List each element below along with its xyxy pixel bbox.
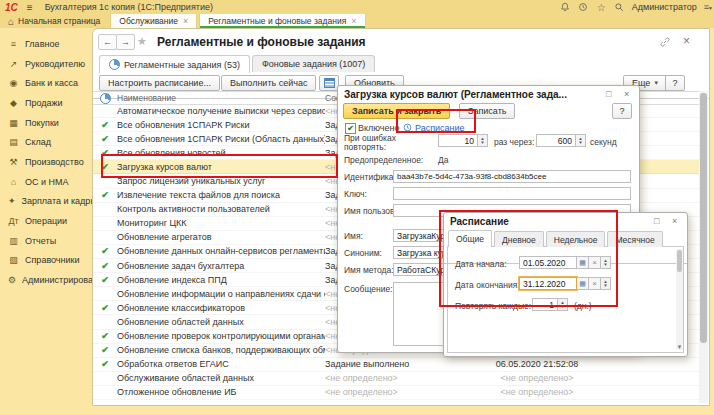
schedule-tab[interactable]: Дневное bbox=[494, 231, 544, 247]
forward-button[interactable]: → bbox=[116, 34, 135, 50]
dialog-scrollbar[interactable]: ▼ bbox=[676, 249, 683, 350]
job-dialog-title: Загрузка курсов валют (Регламентное зада… bbox=[344, 89, 567, 100]
configure-schedule-button[interactable]: Настроить расписание... bbox=[99, 75, 220, 91]
sidebar-item[interactable]: ▧ Справочники bbox=[0, 251, 92, 271]
sidebar-item[interactable]: Дт Операции bbox=[0, 211, 92, 231]
history-clock-icon[interactable] bbox=[578, 2, 589, 13]
save-and-close-button[interactable]: Записать и закрыть bbox=[343, 103, 450, 119]
end-date-stepper[interactable]: ▲▼ bbox=[601, 277, 611, 290]
message-label: Сообщение: bbox=[344, 284, 393, 294]
close-dialog-icon[interactable]: × bbox=[672, 216, 677, 226]
table-view-icon-button[interactable] bbox=[319, 75, 339, 91]
table-row[interactable]: ✔ Обслуживание областей данных <не опред… bbox=[93, 372, 701, 386]
close-tab-icon[interactable]: × bbox=[351, 16, 356, 26]
sidebar-item[interactable]: ≡ Главное bbox=[0, 34, 92, 54]
calendar-icon[interactable]: ▦ bbox=[577, 256, 589, 269]
home-icon: ⌂ bbox=[8, 16, 14, 27]
sidebar-item[interactable]: ◆ Продажи bbox=[0, 93, 92, 113]
retry-interval-field[interactable]: 600 bbox=[536, 134, 576, 147]
notifications-bell-icon[interactable] bbox=[560, 2, 571, 13]
sidebar-item-icon: ◆ bbox=[8, 98, 19, 108]
schedule-tab-label: Месячное bbox=[615, 235, 654, 245]
sidebar-item-icon: ▦ bbox=[8, 118, 19, 128]
clear-icon[interactable]: × bbox=[589, 256, 601, 269]
sections-sidebar: ≡ Главное ↗ Руководителю ◉ Банк и касса … bbox=[0, 28, 92, 415]
table-row[interactable]: ✔ Отложенное обновление ИБ <не определен… bbox=[93, 386, 701, 400]
schedule-tab[interactable]: Месячное bbox=[607, 231, 662, 247]
sidebar-item-label: Зарплата и кадры bbox=[22, 196, 97, 206]
key-field[interactable] bbox=[393, 187, 631, 200]
dialog-help-button[interactable]: ? bbox=[612, 103, 632, 119]
schedule-link[interactable]: Расписание bbox=[415, 123, 465, 133]
sidebar-item[interactable]: ◉ Банк и касса bbox=[0, 73, 92, 93]
sidebar-item[interactable]: ▦ Покупки bbox=[0, 113, 92, 133]
close-dialog-icon[interactable]: × bbox=[624, 89, 629, 99]
chevron-down-icon: ▼ bbox=[653, 80, 659, 86]
start-date-field[interactable]: 01.05.2020 bbox=[519, 256, 577, 269]
end-date-field[interactable]: 31.12.2020 bbox=[519, 277, 577, 290]
repeat-every-stepper[interactable]: ▲▼ bbox=[558, 298, 568, 311]
identifier-field[interactable]: baa43b7e-5d4c-473a-93f8-cbd8634b5cee bbox=[393, 170, 631, 183]
maximize-icon[interactable]: □ bbox=[654, 216, 659, 226]
sidebar-item[interactable]: ↗ Руководителю bbox=[0, 54, 92, 74]
retry-count-field[interactable]: 10 bbox=[438, 134, 478, 147]
jobs-tab[interactable]: Регламентные задания (53) bbox=[99, 55, 250, 73]
clear-icon[interactable]: × bbox=[589, 277, 601, 290]
job-end-date: 06.05.2020 21:52:08 bbox=[471, 359, 603, 369]
sidebar-item[interactable]: ▥ Отчеты bbox=[0, 231, 92, 251]
app-title: Бухгалтерия 1с копия (1С:Предприятие) bbox=[45, 2, 213, 12]
current-user-label[interactable]: Администратор bbox=[632, 2, 697, 12]
sidebar-item[interactable]: ⚙ Администрирование bbox=[0, 270, 92, 290]
job-name: Автоматическое получение выписки через с… bbox=[117, 106, 325, 116]
save-button[interactable]: Записать bbox=[459, 103, 515, 119]
start-date-label: Дата начала: bbox=[455, 259, 507, 269]
favorites-star-icon[interactable]: ☆ bbox=[596, 2, 607, 13]
sidebar-item-icon: ⚒ bbox=[8, 157, 19, 167]
schedule-tab[interactable]: Общие bbox=[448, 230, 492, 247]
sidebar-item[interactable]: ⌂ ОС и НМА bbox=[0, 172, 92, 192]
home-page-tab[interactable]: ⌂ Начальная страница bbox=[0, 14, 110, 28]
favorite-star-icon[interactable]: ★ bbox=[137, 35, 147, 48]
schedule-tabs: Общие Дневное Недельное Месячное bbox=[444, 230, 687, 247]
schedule-tab[interactable]: Недельное bbox=[546, 231, 606, 247]
predefined-label: Предопределенное: bbox=[344, 155, 423, 165]
job-status: <не определено> bbox=[325, 387, 471, 397]
sidebar-item-label: Справочники bbox=[25, 255, 80, 265]
sidebar-item-icon: ⌂ bbox=[8, 177, 19, 187]
table-scrollbar[interactable] bbox=[699, 91, 708, 403]
sidebar-item-icon: ▥ bbox=[8, 236, 19, 246]
enabled-check-icon: ✔ bbox=[101, 162, 109, 172]
run-now-button[interactable]: Выполнить сейчас bbox=[221, 75, 316, 91]
schedule-clock-icon bbox=[403, 123, 412, 132]
maximize-icon[interactable]: □ bbox=[606, 89, 611, 99]
main-menu-icon[interactable]: ≡ bbox=[27, 2, 33, 13]
retry-interval-stepper[interactable]: ▲▼ bbox=[576, 134, 586, 147]
close-tab-icon[interactable]: × bbox=[183, 16, 188, 26]
back-button[interactable]: ← bbox=[98, 34, 117, 50]
get-link-icon[interactable] bbox=[659, 36, 671, 48]
scrollbar-thumb[interactable] bbox=[700, 93, 707, 343]
scroll-down-icon[interactable]: ▼ bbox=[676, 342, 683, 351]
start-date-stepper[interactable]: ▲▼ bbox=[601, 256, 611, 269]
close-page-icon[interactable]: × bbox=[683, 34, 690, 48]
retry-count-stepper[interactable]: ▲▼ bbox=[478, 134, 488, 147]
repeat-every-field[interactable]: 1 bbox=[532, 298, 558, 311]
schedule-dialog: Расписание □ × Общие Дневное Недельное М… bbox=[443, 212, 688, 357]
job-name: Запрос лицензий уникальных услуг bbox=[117, 176, 325, 186]
sidebar-item[interactable]: ▤ Склад bbox=[0, 132, 92, 152]
jobs-tab[interactable]: Фоновые задания (1007) bbox=[252, 55, 375, 72]
table-row[interactable]: ✔ Обработка ответов ЕГАИС Задание выполн… bbox=[93, 358, 701, 372]
search-icon[interactable] bbox=[614, 2, 625, 13]
column-header-name[interactable]: Наименование bbox=[117, 93, 325, 103]
enabled-check-icon: ✔ bbox=[101, 359, 109, 369]
sidebar-item[interactable]: ✦ Зарплата и кадры bbox=[0, 192, 92, 212]
calendar-icon[interactable]: ▦ bbox=[577, 277, 589, 290]
pie-chart-icon bbox=[100, 93, 111, 104]
window-tab[interactable]: Обслуживание × bbox=[110, 14, 197, 28]
help-button[interactable]: ? bbox=[665, 75, 685, 91]
user-settings-icon[interactable]: ≡▼ bbox=[704, 2, 712, 12]
window-tab[interactable]: Регламентные и фоновые задания × bbox=[199, 14, 365, 28]
scrollbar-thumb[interactable] bbox=[677, 250, 682, 272]
sidebar-item[interactable]: ⚒ Производство bbox=[0, 152, 92, 172]
jobs-tab-label: Фоновые задания (1007) bbox=[262, 59, 365, 69]
